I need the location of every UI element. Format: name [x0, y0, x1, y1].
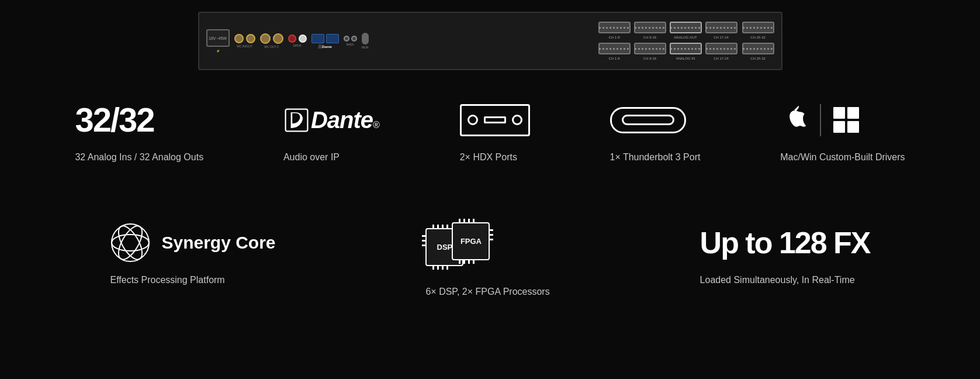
bnc-connectors: WC OUT 2 [260, 33, 283, 49]
power-section: 18V⎓45W ⚡ [206, 29, 230, 53]
wc-connectors: WC IN/OUT [234, 34, 255, 48]
db25-section: CH 1-8 CH 9-16 ANALOG OUT CH 17-24 [598, 22, 774, 60]
dsp-teeth-bottom [432, 266, 448, 270]
synergy-core-icon [110, 222, 151, 263]
dante-icon-area: Dante ® [283, 99, 380, 140]
madi-connectors: MADI [344, 36, 357, 46]
svg-point-6 [112, 235, 149, 251]
rca-connectors: SPDIF [288, 35, 307, 47]
dante-registered: ® [373, 120, 380, 130]
synergy-core-name: Synergy Core [161, 233, 275, 253]
hardware-rear-panel: 18V⎓45W ⚡ WC IN/OUT [198, 12, 782, 70]
feature-dsp-fpga: DSP FPGA 6× [425, 222, 549, 298]
fpga-chip: FPGA [452, 222, 490, 260]
features-row-2: Synergy Core Effects Processing Platform [0, 193, 980, 322]
feature-dante: Dante ® Audio over IP [283, 99, 380, 164]
fpga-teeth-bottom [459, 260, 475, 264]
dsp-fpga-label: 6× DSP, 2× FPGA Processors [425, 285, 549, 298]
dante-brand-text: Dante [311, 107, 373, 133]
dsp-chip-label: DSP [437, 243, 453, 251]
synergy-core-icon-group: Synergy Core [110, 222, 275, 263]
windows-icon [832, 105, 861, 135]
analog-io-number: 32/32 [75, 103, 154, 137]
apple-icon [780, 103, 809, 137]
audio-over-ip-label: Audio over IP [283, 151, 340, 164]
svg-rect-4 [847, 121, 859, 133]
thunderbolt-inner-shape [622, 115, 674, 125]
os-icons-group [780, 103, 861, 137]
headphone-connector: MON [362, 33, 369, 49]
os-icon-area [780, 99, 861, 140]
fx-headline-area: Up to 128 FX [700, 222, 870, 263]
dsp-teeth-top [432, 225, 448, 228]
os-drivers-label: Mac/Win Custom-Built Drivers [780, 151, 905, 164]
dante-ethernet: ⬛Dante [311, 34, 339, 49]
fx-label: Loaded Simultaneously, In Real-Time [700, 274, 855, 287]
features-row-1: 32/32 32 Analog Ins / 32 Analog Outs Dan… [0, 76, 980, 193]
thunderbolt-port-icon [610, 107, 686, 133]
feature-128fx: Up to 128 FX Loaded Simultaneously, In R… [700, 222, 870, 287]
hdx-rect-center [484, 116, 506, 123]
svg-rect-1 [833, 107, 845, 119]
svg-rect-2 [847, 107, 859, 119]
page-wrapper: 18V⎓45W ⚡ WC IN/OUT [0, 0, 980, 322]
hdx-icon-area [460, 99, 530, 140]
fx-headline: Up to 128 FX [700, 228, 870, 258]
fpga-teeth-right [490, 229, 493, 240]
hdx-circle-left [468, 115, 478, 125]
hardware-section: 18V⎓45W ⚡ WC IN/OUT [0, 0, 980, 76]
synergy-core-label: Effects Processing Platform [110, 274, 224, 287]
thunderbolt-label: 1× Thunderbolt 3 Port [610, 151, 701, 164]
thunderbolt-icon-area [610, 99, 686, 140]
feature-analog-io: 32/32 32 Analog Ins / 32 Analog Outs [75, 99, 203, 164]
dante-symbol-icon [283, 107, 310, 133]
os-divider [820, 104, 821, 136]
dante-logo: Dante ® [283, 107, 380, 133]
feature-synergy-core: Synergy Core Effects Processing Platform [110, 222, 275, 287]
feature-hdx: 2× HDX Ports [460, 99, 530, 164]
hdx-circle-right [512, 115, 522, 125]
hdx-port-icon [460, 104, 530, 136]
svg-rect-3 [833, 121, 845, 133]
hdx-ports-label: 2× HDX Ports [460, 151, 517, 164]
dsp-teeth-left [422, 235, 425, 246]
feature-os: Mac/Win Custom-Built Drivers [780, 99, 905, 164]
dsp-fpga-icon-group: DSP FPGA [425, 222, 501, 275]
panel-left: 18V⎓45W ⚡ WC IN/OUT [206, 29, 369, 53]
fpga-teeth-top [459, 219, 475, 222]
fpga-chip-label: FPGA [460, 237, 482, 246]
analog-io-label: 32 Analog Ins / 32 Analog Outs [75, 151, 203, 164]
analog-io-icon-area: 32/32 [75, 99, 154, 140]
feature-thunderbolt: 1× Thunderbolt 3 Port [610, 99, 701, 164]
